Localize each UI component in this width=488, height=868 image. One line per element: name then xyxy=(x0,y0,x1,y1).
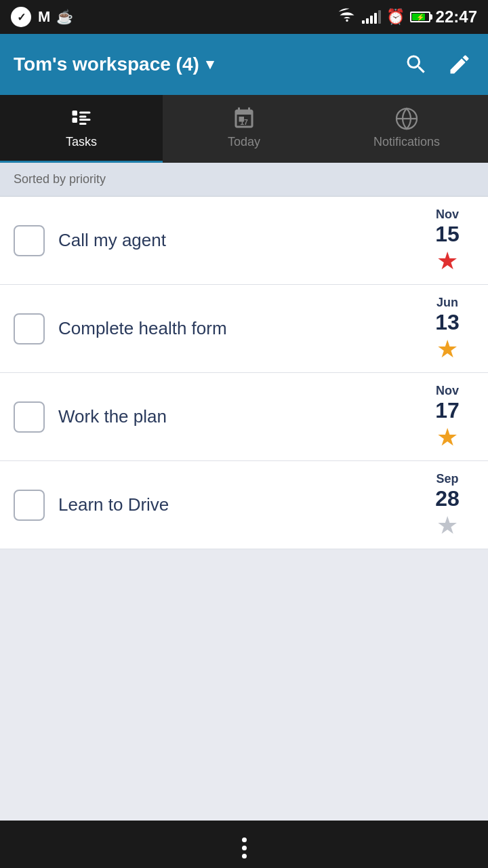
tab-notifications-label: Notifications xyxy=(373,135,440,149)
tab-tasks[interactable]: Tasks xyxy=(0,95,163,163)
svg-rect-4 xyxy=(79,119,91,121)
sort-header: Sorted by priority xyxy=(0,163,488,197)
nav-dots xyxy=(242,837,247,859)
task-checkbox[interactable] xyxy=(14,225,45,256)
task-item[interactable]: Learn to Drive Sep 28 ★ xyxy=(0,461,488,549)
task-item[interactable]: Complete health form Jun 13 ★ xyxy=(0,285,488,373)
battery-icon: ⚡ xyxy=(410,12,430,22)
tab-tasks-label: Tasks xyxy=(66,135,97,149)
wifi-icon xyxy=(338,5,357,28)
task-list: Call my agent Nov 15 ★ Complete health f… xyxy=(0,197,488,549)
task-date-star: Nov 17 ★ xyxy=(420,384,474,450)
coffee-icon: ☕ xyxy=(56,9,73,25)
svg-rect-3 xyxy=(73,118,78,123)
status-bar-right: ⏰ ⚡ 22:47 xyxy=(338,5,477,28)
task-month: Nov xyxy=(436,208,459,222)
tab-today[interactable]: 17 Today xyxy=(163,95,325,163)
task-date-star: Sep 28 ★ xyxy=(420,472,474,538)
tab-bar: Tasks 17 Today Notifications xyxy=(0,95,488,163)
search-button[interactable] xyxy=(401,50,431,79)
svg-text:17: 17 xyxy=(240,118,248,126)
tab-today-label: Today xyxy=(228,135,260,149)
status-bar-left: M ☕ xyxy=(11,7,73,27)
task-month: Nov xyxy=(436,384,459,398)
svg-rect-5 xyxy=(79,123,87,125)
task-text: Work the plan xyxy=(58,406,407,427)
nav-dot xyxy=(242,854,247,859)
task-checkbox[interactable] xyxy=(14,401,45,433)
task-star[interactable]: ★ xyxy=(436,513,458,538)
task-star[interactable]: ★ xyxy=(436,425,458,450)
bottom-nav-bar xyxy=(0,821,488,868)
status-bar: M ☕ ⏰ ⚡ 22:47 xyxy=(0,0,488,34)
task-star[interactable]: ★ xyxy=(436,249,458,273)
task-checkbox[interactable] xyxy=(14,313,45,344)
workspace-title: Tom's workspace (4) xyxy=(14,54,199,75)
nav-dot xyxy=(242,846,247,850)
dropdown-arrow-icon: ▾ xyxy=(206,56,214,73)
app-header: Tom's workspace (4) ▾ xyxy=(0,34,488,95)
svg-rect-1 xyxy=(79,112,91,114)
compose-button[interactable] xyxy=(445,50,474,79)
gmail-icon: M xyxy=(38,8,49,26)
task-day: 13 xyxy=(435,311,460,333)
sort-header-text: Sorted by priority xyxy=(14,172,106,186)
task-day: 28 xyxy=(435,488,460,509)
task-date-star: Jun 13 ★ xyxy=(420,296,474,361)
signal-icon xyxy=(362,10,381,24)
task-day: 17 xyxy=(435,399,460,421)
task-date-star: Nov 15 ★ xyxy=(420,208,474,273)
task-checkbox[interactable] xyxy=(14,490,45,521)
task-text: Complete health form xyxy=(58,318,407,339)
nav-dot xyxy=(242,837,247,842)
svg-rect-2 xyxy=(79,116,87,118)
checkmark-icon xyxy=(11,7,31,27)
task-day: 15 xyxy=(435,223,460,245)
task-text: Learn to Drive xyxy=(58,494,407,515)
task-month: Jun xyxy=(436,296,458,310)
svg-rect-0 xyxy=(73,111,78,116)
alarm-icon: ⏰ xyxy=(386,8,405,26)
status-time: 22:47 xyxy=(436,7,477,26)
header-icons xyxy=(401,50,474,79)
tab-notifications[interactable]: Notifications xyxy=(325,95,488,163)
task-month: Sep xyxy=(436,472,458,486)
task-item[interactable]: Work the plan Nov 17 ★ xyxy=(0,373,488,461)
task-text: Call my agent xyxy=(58,230,407,251)
task-item[interactable]: Call my agent Nov 15 ★ xyxy=(0,197,488,285)
empty-area xyxy=(0,549,488,821)
workspace-title-area[interactable]: Tom's workspace (4) ▾ xyxy=(14,54,214,75)
task-star[interactable]: ★ xyxy=(436,337,458,361)
